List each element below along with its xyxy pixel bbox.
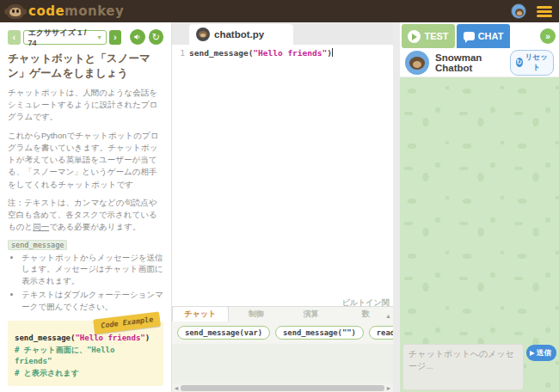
code-editor-panel: chatbot.py 1 send_message("Hello friends… [172, 22, 400, 392]
user-avatar[interactable] [511, 3, 526, 19]
example-string: "Hello friends" [75, 334, 144, 342]
exercise-label: エクササイズ 1 / 74 [28, 28, 95, 47]
line-number: 1 [180, 48, 185, 58]
topbar: codemonkey [0, 0, 559, 22]
bot-name: Snowman Chatbot [435, 52, 502, 73]
code-line-1[interactable]: send_message("Hello friends") [189, 48, 333, 306]
code-example-box: Code Example send_message("Hello friends… [8, 321, 163, 386]
app-window: codemonkey ‹ エクササイズ 1 / 74 ▾ › [0, 0, 559, 392]
logo-code: code [28, 3, 64, 19]
example-close: ) [145, 334, 150, 342]
file-tab-chatbot-py[interactable]: chatbot.py [189, 24, 293, 45]
instructions-sidebar: ‹ エクササイズ 1 / 74 ▾ › ↻ チャットボットと「スノーマン」ゲーム… [0, 22, 172, 392]
scroll-left-icon[interactable]: ◄ [172, 385, 181, 391]
text-cursor [332, 48, 333, 57]
chat-message-area: 送信 [400, 77, 559, 392]
logo-text: codemonkey [28, 3, 124, 19]
speaker-icon [133, 33, 142, 41]
block-toolbox: チャット 制御 演算 ビルトイン関数 ▲ send_message(var) s… [172, 306, 393, 392]
api-doc-block: send_message チャットボットからメッセージを送信します。メッセージは… [8, 240, 163, 313]
scroll-right-icon[interactable]: ► [384, 385, 393, 391]
code-fn: send_message( [189, 48, 253, 58]
example-comment-2: # と表示されます [15, 368, 157, 380]
send-icon [530, 351, 535, 356]
refresh-icon: ↻ [152, 32, 160, 43]
note-post: である必要があります。 [49, 222, 140, 231]
instruction-note: 注：テキストは、カンマなどの句読点や空白も含めて、各タスクで示されているものと同… [8, 197, 163, 234]
instruction-paragraph-1: チャットボットは、人間のような会話をシミュレートするように設計されたプログラムで… [8, 87, 163, 124]
menu-icon[interactable] [537, 6, 552, 17]
editor-tabbar: chatbot.py [172, 22, 400, 45]
toolbox-tab-control[interactable]: 制御 [229, 307, 284, 322]
api-bullet-1: チャットボットからメッセージを送信します。メッセージはチャット画面に表示されます… [22, 252, 163, 287]
chat-panel-tabs: TEST CHAT » [400, 22, 559, 48]
toolbox-tab-operators[interactable]: 演算 [284, 307, 339, 322]
code-area[interactable]: 1 send_message("Hello friends") [172, 45, 400, 306]
chat-tab-label: CHAT [478, 31, 504, 41]
logo-monkey-word: monkey [64, 3, 124, 19]
toolbox-tabs: チャット 制御 演算 ビルトイン関数 ▲ [172, 307, 393, 322]
chat-message-input[interactable] [402, 344, 524, 390]
api-function-chip: send_message [8, 240, 67, 250]
toolbox-collapse-icon[interactable]: ▲ [385, 313, 391, 319]
tab-chat[interactable]: CHAT [457, 24, 510, 48]
block-send-message-string[interactable]: send_message("") [275, 326, 364, 340]
code-example-ribbon: Code Example [93, 312, 161, 334]
example-fn: send_message( [15, 334, 75, 342]
exercise-title: チャットボットと「スノーマン」ゲームをしましょう [8, 52, 163, 81]
caret-down-icon: ▾ [98, 34, 101, 41]
note-underlined: 同一 [33, 222, 49, 231]
next-exercise-button[interactable]: › [109, 30, 122, 45]
chat-input-area: 送信 [402, 344, 556, 390]
reset-button[interactable]: ↻ リセット [510, 50, 554, 76]
audio-button[interactable] [130, 29, 145, 45]
monkey-logo-icon [7, 4, 24, 19]
reset-refresh-icon: ↻ [516, 58, 523, 67]
exercise-selector[interactable]: エクササイズ 1 / 74 ▾ [23, 30, 107, 45]
chat-bubble-icon [464, 32, 475, 40]
chat-panel: TEST CHAT » Snowman Chatbot ↻ リセット [400, 22, 559, 392]
line-number-gutter: 1 [172, 48, 189, 306]
code-string: "Hello friends" [253, 48, 327, 58]
bot-avatar [405, 51, 429, 75]
file-tab-name: chatbot.py [214, 29, 264, 40]
restart-button[interactable]: ↻ [149, 29, 164, 45]
send-label: 送信 [537, 348, 551, 358]
test-tab-label: TEST [424, 31, 448, 41]
send-button[interactable]: 送信 [526, 345, 556, 361]
codemonkey-logo[interactable]: codemonkey [7, 3, 124, 19]
example-comment-1: # チャット画面に、"Hello friends" [15, 345, 157, 368]
instruction-paragraph-2: これからPythonでチャットボットのプログラムを書いていきます。チャットボット… [8, 130, 163, 191]
api-bullet-2: テキストはダブルクォーテーションマークで囲んでください。 [22, 289, 163, 313]
monkey-avatar-icon [196, 28, 210, 41]
chat-header: Snowman Chatbot ↻ リセット [400, 48, 559, 77]
prev-exercise-button[interactable]: ‹ [8, 30, 21, 45]
tab-test[interactable]: TEST [402, 24, 455, 48]
toolbox-tab-chat[interactable]: チャット [172, 306, 229, 322]
example-code-line: send_message("Hello friends") [15, 333, 157, 345]
exercise-nav: ‹ エクササイズ 1 / 74 ▾ › ↻ [8, 29, 163, 45]
play-icon [408, 30, 421, 43]
scrollbar-thumb[interactable] [181, 385, 384, 391]
toolbox-horizontal-scrollbar[interactable]: ◄ ► [172, 383, 393, 392]
expand-panel-button[interactable]: » [540, 28, 556, 44]
block-row: send_message(var) send_message("") read_… [172, 322, 393, 344]
block-send-message-var[interactable]: send_message(var) [177, 326, 270, 340]
reset-label: リセット [525, 52, 548, 73]
editor-vertical-scrollbar[interactable] [393, 22, 400, 392]
toolbox-empty-area [172, 344, 393, 383]
